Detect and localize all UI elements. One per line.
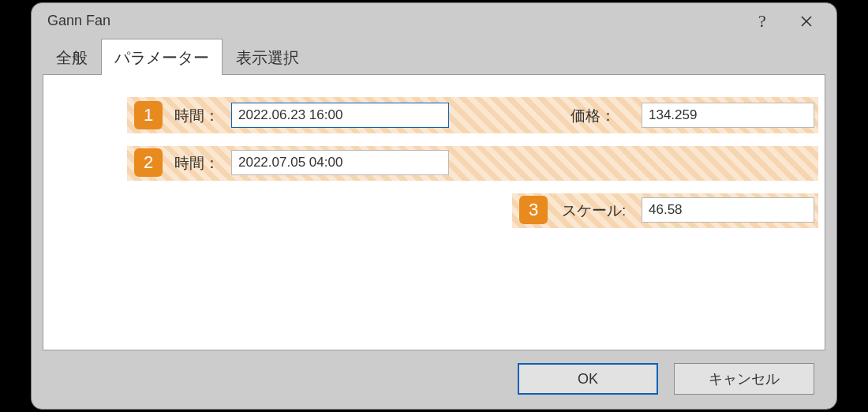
annotation-badge-1: 1 (134, 101, 163, 129)
ok-button[interactable]: OK (518, 363, 658, 395)
cancel-button[interactable]: キャンセル (674, 363, 814, 395)
label-time-1: 時間： (174, 106, 219, 126)
dialog-buttons: OK キャンセル (518, 363, 814, 395)
label-time-2: 時間： (174, 153, 219, 174)
close-icon (801, 16, 812, 27)
time-2-field[interactable]: 2022.07.05 04:00 (231, 150, 449, 175)
tab-parameters[interactable]: パラメーター (101, 39, 223, 75)
label-scale: スケール: (562, 200, 626, 221)
client-area: 全般 パラメーター 表示選択 1 2 3 時間： 時間： 価格： スケール: 2… (32, 39, 836, 350)
annotation-badge-3: 3 (519, 196, 548, 224)
dialog-title: Gann Fan (47, 13, 740, 29)
dialog-window: Gann Fan ? 全般 パラメーター 表示選択 1 2 3 時間： 時間： (31, 2, 837, 410)
tabstrip: 全般 パラメーター 表示選択 (43, 39, 825, 75)
tab-display[interactable]: 表示選択 (223, 39, 312, 75)
tab-pane-parameters: 1 2 3 時間： 時間： 価格： スケール: 2022.06.23 16:00… (43, 74, 825, 350)
close-button[interactable] (784, 6, 829, 37)
price-field[interactable]: 134.259 (642, 103, 814, 128)
time-1-field[interactable]: 2022.06.23 16:00 (231, 103, 449, 128)
titlebar: Gann Fan ? (32, 3, 836, 39)
scale-field[interactable]: 46.58 (642, 197, 814, 223)
tab-general[interactable]: 全般 (43, 39, 101, 75)
annotation-badge-2: 2 (134, 148, 163, 177)
help-button[interactable]: ? (740, 6, 784, 37)
label-price: 価格： (571, 106, 615, 126)
